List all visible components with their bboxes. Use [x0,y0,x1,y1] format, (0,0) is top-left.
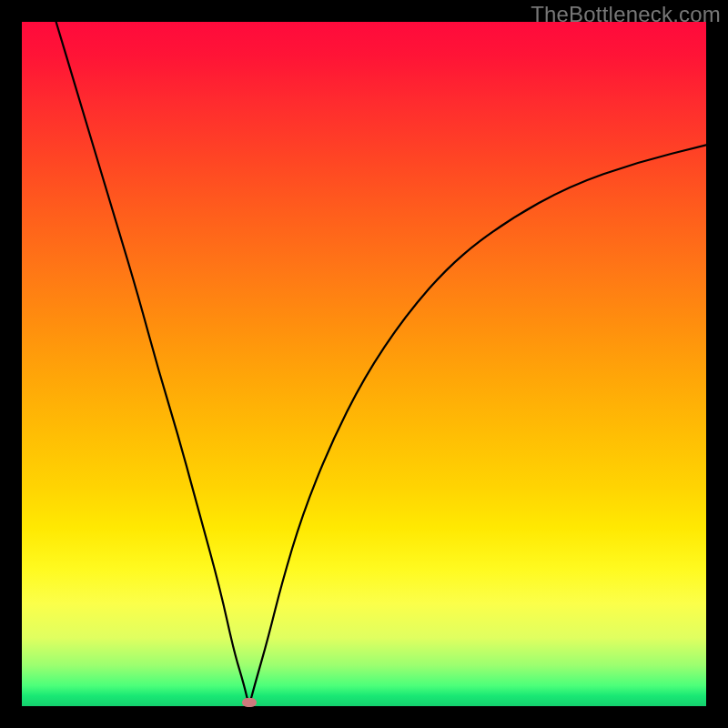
optimal-point-marker [242,698,257,707]
bottleneck-curve [22,22,706,706]
plot-area [22,22,706,706]
chart-frame: TheBottleneck.com [0,0,728,728]
